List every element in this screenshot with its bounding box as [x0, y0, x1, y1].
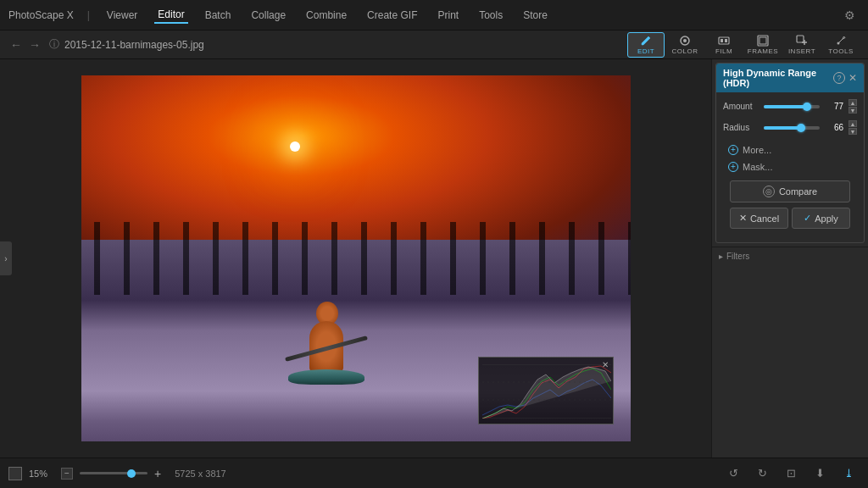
file-path: 2015-12-11-barnimages-05.jpg [64, 39, 204, 51]
svg-rect-6 [760, 37, 766, 44]
zoom-percentage: 15% [29, 469, 54, 479]
nav-batch[interactable]: Batch [202, 8, 235, 23]
hdr-title: High Dynamic Range (HDR) [723, 68, 830, 88]
amount-slider-thumb[interactable] [803, 103, 811, 111]
nav-viewer[interactable]: Viewer [103, 8, 141, 23]
tools-label: TOOLS [828, 47, 853, 55]
histogram-close-button[interactable]: ✕ [602, 360, 609, 369]
compare-icon: ◎ [763, 186, 775, 197]
nav-print[interactable]: Print [434, 8, 462, 23]
svg-rect-2 [719, 37, 729, 44]
save-button[interactable]: ⤓ [837, 463, 860, 485]
rotate-right-button[interactable]: ↻ [751, 463, 773, 485]
rotate-left-button[interactable]: ↺ [722, 463, 744, 485]
boats-layer [81, 222, 631, 295]
download-button[interactable]: ⬇ [809, 463, 831, 485]
more-button[interactable]: + More... [723, 141, 857, 158]
svg-point-8 [837, 42, 840, 44]
apply-button[interactable]: ✓ Apply [792, 208, 850, 229]
main-content: › ✕ [0, 59, 868, 458]
nav-arrows: ← → [8, 36, 42, 53]
tool-color-button[interactable]: COLOR [666, 32, 704, 58]
edit-label: EDIT [637, 47, 654, 55]
panel-section-header[interactable]: ▸ Filters [712, 247, 868, 265]
compare-label: Compare [779, 186, 817, 197]
nav-editor[interactable]: Editor [154, 7, 187, 24]
more-label: More... [743, 145, 771, 155]
left-panel-toggle[interactable]: › [0, 241, 12, 275]
nav-store[interactable]: Store [520, 8, 551, 23]
cancel-x-icon: ✕ [739, 213, 747, 224]
info-icon[interactable]: ⓘ [49, 37, 59, 52]
amount-slider-fill [764, 105, 807, 108]
toolbar: ← → ⓘ 2015-12-11-barnimages-05.jpg EDIT … [0, 30, 868, 59]
amount-slider[interactable] [764, 105, 820, 108]
mask-button[interactable]: + Mask... [723, 158, 857, 175]
radius-decrement[interactable]: ▼ [849, 128, 857, 135]
nav-creategif[interactable]: Create GIF [364, 8, 420, 23]
histogram-canvas [479, 358, 613, 424]
amount-value: 77 [825, 102, 843, 111]
zoom-slider-thumb[interactable] [127, 469, 136, 478]
insert-label: INSERT [788, 47, 815, 55]
radius-increment[interactable]: ▲ [849, 120, 857, 127]
image-size: 5725 x 3817 [175, 469, 226, 479]
tool-edit-button[interactable]: EDIT [627, 32, 665, 58]
amount-spinner: ▲ ▼ [849, 99, 857, 114]
radius-slider-fill [764, 126, 801, 130]
image-container: ✕ [81, 75, 631, 441]
section-label: Filters [726, 252, 749, 261]
tool-frames-button[interactable]: FRAMES [744, 32, 782, 58]
right-panel: High Dynamic Range (HDR) ? ✕ Amount 77 ▲… [711, 59, 868, 458]
tool-insert-button[interactable]: INSERT [783, 32, 821, 58]
radius-label: Radius [723, 123, 759, 132]
settings-button[interactable]: ⚙ [839, 5, 860, 25]
hdr-panel: High Dynamic Range (HDR) ? ✕ Amount 77 ▲… [715, 63, 865, 243]
kayak-boat [288, 369, 364, 385]
more-plus-icon: + [728, 145, 738, 155]
tools-icon [835, 35, 847, 47]
back-button[interactable]: ← [8, 36, 24, 53]
svg-rect-3 [721, 39, 723, 42]
edit-icon [640, 35, 652, 47]
insert-icon [796, 35, 808, 47]
nav-collage[interactable]: Collage [248, 8, 289, 23]
radius-spinner: ▲ ▼ [849, 120, 857, 135]
top-navigation: PhotoScape X | Viewer Editor Batch Colla… [0, 0, 868, 30]
tool-film-button[interactable]: FILM [705, 32, 743, 58]
nav-divider: | [87, 9, 90, 21]
amount-increment[interactable]: ▲ [849, 99, 857, 106]
frames-label: FRAMES [748, 47, 778, 55]
radius-slider-thumb[interactable] [797, 124, 805, 132]
chevron-right-icon: ▸ [719, 252, 723, 261]
amount-slider-row: Amount 77 ▲ ▼ [723, 99, 857, 114]
mask-label: Mask... [743, 162, 772, 172]
cancel-button[interactable]: ✕ Cancel [730, 208, 788, 229]
hdr-header: High Dynamic Range (HDR) ? ✕ [716, 64, 864, 92]
apply-label: Apply [815, 214, 838, 224]
tool-tools-button[interactable]: TOOLS [822, 32, 860, 58]
svg-rect-7 [797, 36, 804, 42]
radius-slider[interactable] [764, 126, 820, 130]
nav-tools[interactable]: Tools [476, 8, 506, 23]
zoom-slider[interactable] [80, 472, 147, 474]
zoom-in-button[interactable]: + [154, 467, 161, 480]
film-label: FILM [715, 47, 732, 55]
apply-check-icon: ✓ [804, 213, 811, 224]
radius-value: 66 [825, 123, 843, 132]
tool-icons-group: EDIT COLOR FILM FRAMES [627, 32, 860, 58]
nav-combine[interactable]: Combine [303, 8, 350, 23]
hdr-close-button[interactable]: ✕ [849, 73, 857, 83]
fit-button[interactable]: ⊡ [780, 463, 802, 485]
zoom-out-button[interactable]: − [61, 468, 73, 480]
color-label: COLOR [672, 47, 698, 55]
film-icon [718, 35, 730, 47]
hdr-help-button[interactable]: ? [833, 72, 845, 84]
compare-button[interactable]: ◎ Compare [730, 180, 850, 202]
preview-checkbox[interactable] [8, 467, 22, 480]
forward-button[interactable]: → [27, 36, 42, 53]
cancel-label: Cancel [750, 214, 779, 224]
amount-decrement[interactable]: ▼ [849, 107, 857, 114]
action-row: ✕ Cancel ✓ Apply [730, 208, 850, 229]
canvas-area[interactable]: ✕ [0, 59, 711, 458]
